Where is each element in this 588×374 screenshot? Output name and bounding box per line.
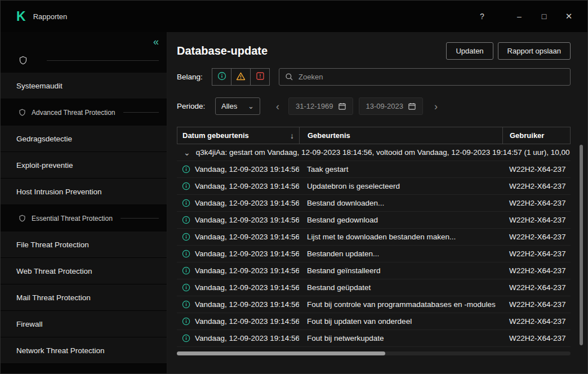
sidebar-item-file-threat-protection[interactable]: File Threat Protection	[1, 231, 167, 258]
importance-label: Belang:	[177, 73, 212, 81]
sort-desc-icon: ↓	[290, 131, 294, 140]
event-user: W22H2-X64-237	[502, 233, 571, 241]
event-user: W22H2-X64-237	[502, 216, 571, 224]
sidebar-item-network-threat-protection[interactable]: Network Threat Protection	[1, 337, 167, 364]
event-date: Vandaag, 12-09-2023 19:14:56	[195, 216, 299, 224]
info-icon	[182, 216, 190, 224]
event-user: W22H2-X64-237	[502, 300, 571, 309]
table-row[interactable]: Vandaag, 12-09-2023 19:14:56Fout bij net…	[177, 330, 571, 347]
sidebar-section-label: Essential Threat Protection	[32, 215, 113, 222]
table-row[interactable]: Vandaag, 12-09-2023 19:14:56Fout bij con…	[177, 296, 571, 313]
event-text: Fout bij updaten van onderdeel	[299, 317, 502, 326]
sidebar-item-exploit-preventie[interactable]: Exploit-preventie	[1, 152, 167, 179]
event-user: W22H2-X64-237	[502, 317, 571, 326]
table-row[interactable]: Vandaag, 12-09-2023 19:14:56Bestand gedo…	[177, 212, 571, 229]
event-date-cell: Vandaag, 12-09-2023 19:14:56	[177, 182, 299, 190]
sidebar-item-label: Gedragsdetectie	[16, 135, 72, 143]
event-text: Bestand geüpdatet	[299, 283, 502, 292]
horizontal-scrollbar-thumb[interactable]	[177, 351, 385, 355]
table-row[interactable]: Vandaag, 12-09-2023 19:14:56Taak gestart…	[177, 161, 571, 178]
table-row[interactable]: Vandaag, 12-09-2023 19:14:56Updatebron i…	[177, 178, 571, 195]
event-date-cell: Vandaag, 12-09-2023 19:14:56	[177, 317, 299, 326]
header-actions: Updaten Rapport opslaan	[446, 42, 571, 60]
main-panel: Database-update Updaten Rapport opslaan …	[167, 32, 587, 374]
sidebar-item-gedragsdetectie[interactable]: Gedragsdetectie	[1, 126, 167, 152]
severity-info-button[interactable]	[212, 68, 231, 86]
save-report-button[interactable]: Rapport opslaan	[498, 42, 571, 60]
date-from-value: 31-12-1969	[296, 102, 333, 110]
sidebar-item-web-threat-protection[interactable]: Web Threat Protection	[1, 258, 167, 284]
update-button[interactable]: Updaten	[446, 42, 493, 60]
window-body: « SysteemauditAdvanced Threat Protection…	[1, 32, 587, 374]
event-date-cell: Vandaag, 12-09-2023 19:14:56	[177, 199, 299, 207]
task-group-row[interactable]: ⌄ q3k4jiAa: gestart om Vandaag, 12-09-20…	[177, 144, 571, 161]
sidebar-item-firewall[interactable]: Firewall	[1, 311, 167, 337]
event-user: W22H2-X64-237	[502, 165, 571, 173]
event-text: Taak gestart	[299, 165, 502, 173]
sidebar-item-mail-threat-protection[interactable]: Mail Threat Protection	[1, 284, 167, 311]
event-date: Vandaag, 12-09-2023 19:14:56	[195, 334, 299, 342]
sidebar-top-section	[1, 48, 167, 73]
period-prev-button[interactable]: ‹	[273, 101, 283, 112]
table-row[interactable]: Vandaag, 12-09-2023 19:14:56Lijst met te…	[177, 229, 571, 246]
severity-warning-button[interactable]	[231, 68, 251, 86]
sidebar-item-label: Systeemaudit	[16, 82, 63, 90]
table-header: Datum gebeurtenis ↓ Gebeurtenis Gebruike…	[177, 127, 571, 144]
event-date-cell: Vandaag, 12-09-2023 19:14:56	[177, 283, 299, 292]
critical-icon	[256, 72, 265, 82]
event-date: Vandaag, 12-09-2023 19:14:56	[195, 182, 299, 190]
sidebar-item-label: Firewall	[16, 320, 43, 328]
period-select[interactable]: Alles ⌄	[215, 97, 260, 115]
column-header-user[interactable]: Gebruiker	[503, 127, 570, 144]
period-next-button[interactable]: ›	[431, 101, 441, 112]
event-date: Vandaag, 12-09-2023 19:14:56	[195, 317, 299, 326]
vertical-scrollbar[interactable]	[580, 145, 583, 345]
sidebar-item-label: File Threat Protection	[16, 241, 89, 249]
sidebar-item-label: Host Intrusion Prevention	[16, 188, 102, 196]
column-header-event[interactable]: Gebeurtenis	[300, 127, 503, 144]
info-icon	[182, 182, 190, 190]
maximize-button[interactable]: □	[536, 8, 553, 25]
sidebar-item-systeemaudit[interactable]: Systeemaudit	[1, 73, 167, 99]
event-text: Fout bij controle van programmadatabases…	[299, 300, 502, 309]
horizontal-scrollbar[interactable]	[177, 351, 571, 355]
shield-icon	[19, 215, 26, 222]
date-from-button[interactable]: 31-12-1969	[288, 97, 353, 115]
info-icon	[217, 72, 226, 82]
search-icon	[285, 73, 293, 81]
minimize-button[interactable]: –	[511, 8, 528, 25]
shield-icon	[19, 109, 26, 116]
info-icon	[182, 199, 190, 207]
section-divider	[123, 112, 159, 113]
shield-icon	[19, 56, 28, 65]
table-row[interactable]: Vandaag, 12-09-2023 19:14:56Bestand geüp…	[177, 279, 571, 296]
help-button[interactable]: ?	[474, 8, 491, 25]
kaspersky-logo-icon: K	[16, 10, 26, 23]
table-row[interactable]: Vandaag, 12-09-2023 19:14:56Fout bij upd…	[177, 313, 571, 330]
table-row[interactable]: Vandaag, 12-09-2023 19:14:56Bestanden up…	[177, 246, 571, 262]
close-button[interactable]: ✕	[560, 8, 577, 25]
sidebar-section-essential-threat-protection: Essential Threat Protection	[1, 205, 167, 231]
importance-filter-row: Belang:	[177, 68, 571, 86]
window-controls: ? – □ ✕	[474, 8, 577, 25]
period-select-value: Alles	[221, 102, 237, 110]
event-user: W22H2-X64-237	[502, 266, 571, 275]
sidebar-collapse-button[interactable]: «	[153, 35, 159, 48]
info-icon	[182, 283, 190, 292]
sidebar-item-label: Web Threat Protection	[16, 267, 92, 275]
table-row[interactable]: Vandaag, 12-09-2023 19:14:56Bestand geïn…	[177, 262, 571, 279]
event-date-cell: Vandaag, 12-09-2023 19:14:56	[177, 216, 299, 224]
event-text: Bestand geïnstalleerd	[299, 266, 502, 275]
event-user: W22H2-X64-237	[502, 334, 571, 342]
period-filter-row: Periode: Alles ⌄ ‹ 31-12-1969 13-09-2023	[177, 97, 571, 115]
table-row[interactable]: Vandaag, 12-09-2023 19:14:56Bestand down…	[177, 195, 571, 212]
event-text: Bestand downloaden...	[299, 199, 502, 207]
severity-critical-button[interactable]	[250, 68, 270, 86]
event-date: Vandaag, 12-09-2023 19:14:56	[195, 199, 299, 207]
column-label: Gebruiker	[510, 131, 544, 140]
search-input[interactable]	[299, 73, 564, 81]
date-to-button[interactable]: 13-09-2023	[359, 97, 424, 115]
sidebar-item-host-intrusion-prevention[interactable]: Host Intrusion Prevention	[1, 179, 167, 205]
info-icon	[182, 266, 190, 275]
column-header-date[interactable]: Datum gebeurtenis ↓	[177, 127, 300, 144]
